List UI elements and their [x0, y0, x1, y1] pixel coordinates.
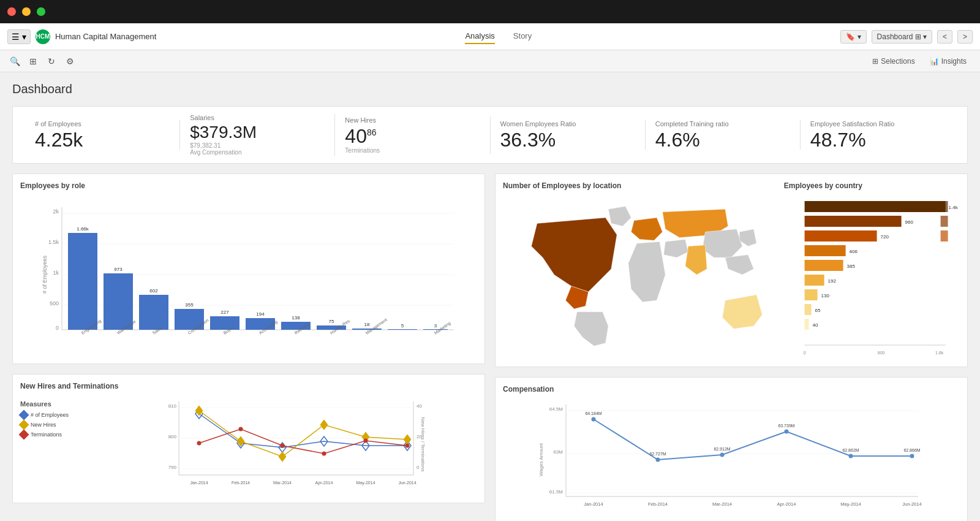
svg-marker-71	[279, 452, 286, 462]
svg-text:62.866M: 62.866M	[903, 448, 920, 452]
svg-rect-100	[804, 289, 817, 300]
svg-rect-94	[804, 245, 845, 256]
grid-icon[interactable]: ⊞	[26, 54, 40, 69]
svg-text:385: 385	[846, 264, 855, 269]
tab-analysis[interactable]: Analysis	[465, 29, 494, 44]
dot-green[interactable]	[37, 7, 45, 16]
selections-button[interactable]: ⊞ Selections	[866, 55, 921, 68]
kpi-new-hires-label: New Hires	[345, 116, 480, 124]
dashboard-area: Dashboard # of Employees 4.25k Salaries …	[0, 72, 980, 521]
employees-by-country-title: Employees by country	[784, 181, 960, 190]
top-toolbar: ☰ ▾ HCM Human Capital Management Analysi…	[0, 23, 980, 50]
dot-yellow[interactable]	[22, 7, 31, 16]
second-toolbar: 🔍 ⊞ ↻ ⚙ ⊞ Selections 📊 Insights	[0, 50, 980, 72]
svg-text:1.66k: 1.66k	[77, 226, 89, 232]
svg-rect-98	[804, 275, 824, 286]
insights-label: Insights	[941, 57, 967, 66]
svg-text:62.912M: 62.912M	[714, 447, 730, 451]
legend-terminations: Terminations	[20, 431, 100, 438]
settings-icon[interactable]: ⚙	[62, 54, 77, 69]
employees-by-role-title: Employees by role	[20, 181, 477, 190]
refresh-icon[interactable]: ↻	[44, 54, 59, 69]
svg-text:2k: 2k	[53, 208, 59, 215]
legend-employees: # of Employees	[20, 411, 100, 419]
compensation-card: Compensation 64.5M 63M 61.5M Wages Amoun…	[495, 377, 968, 521]
dot-red[interactable]	[7, 7, 16, 16]
new-hires-terminations-title: New Hires and Terminations	[20, 382, 477, 390]
svg-text:1.4k: 1.4k	[948, 205, 958, 210]
svg-text:0: 0	[803, 351, 805, 355]
svg-point-125	[849, 454, 853, 458]
svg-point-78	[322, 452, 326, 456]
svg-marker-72	[320, 420, 328, 430]
svg-text:192: 192	[827, 278, 836, 284]
svg-text:227: 227	[221, 310, 229, 315]
nav-tabs: Analysis Story	[161, 29, 835, 44]
svg-rect-102	[804, 304, 811, 315]
svg-point-124	[785, 430, 789, 434]
new-hires-chart: 810 800 790 40 20 0 New Hires / Terminat…	[105, 395, 477, 495]
kpi-new-hires: New Hires 4086 Terminations	[335, 116, 490, 154]
svg-rect-90	[940, 216, 948, 227]
world-map-svg	[503, 195, 777, 357]
compensation-svg: 64.5M 63M 61.5M Wages Amount Jan-2014 Fe…	[503, 398, 960, 515]
employees-by-role-chart: 2k 1.5k 1k 500 0 # of Employees	[20, 195, 477, 354]
svg-text:40: 40	[417, 403, 422, 409]
svg-text:Mar-2014: Mar-2014	[273, 481, 292, 485]
svg-text:62.862M: 62.862M	[842, 448, 859, 452]
svg-text:960: 960	[905, 219, 913, 225]
bookmark-button[interactable]: 🔖 ▾	[840, 30, 866, 44]
svg-text:0: 0	[417, 465, 420, 470]
svg-text:720: 720	[880, 234, 889, 240]
map-container: Number of Employees by location	[503, 181, 777, 359]
svg-text:61.5M: 61.5M	[549, 489, 564, 495]
svg-text:Apr-2014: Apr-2014	[315, 481, 333, 485]
legend-new-hires-label: New Hires	[31, 422, 56, 428]
svg-text:0: 0	[56, 325, 59, 331]
kpi-satisfaction-value: 48.7%	[810, 130, 945, 150]
svg-point-77	[281, 444, 285, 448]
svg-text:5: 5	[401, 323, 404, 329]
svg-point-79	[364, 439, 368, 443]
svg-text:Apr-2014: Apr-2014	[777, 501, 796, 507]
svg-text:Jun-2014: Jun-2014	[902, 501, 921, 507]
hamburger-button[interactable]: ☰ ▾	[7, 29, 31, 44]
svg-text:Mar-2014: Mar-2014	[712, 501, 732, 507]
svg-text:800: 800	[878, 351, 885, 355]
svg-text:810: 810	[168, 403, 177, 409]
tab-story[interactable]: Story	[513, 29, 532, 44]
svg-text:138: 138	[292, 315, 300, 321]
measures-label: Measures	[20, 400, 100, 408]
employees-by-country-card: Employees by country 0 800 1.6k 1.4k	[784, 181, 960, 359]
svg-text:355: 355	[185, 302, 194, 308]
svg-rect-93	[940, 230, 948, 241]
legend-employees-label: # of Employees	[31, 412, 69, 418]
dashboard-title: Dashboard	[12, 82, 968, 96]
svg-rect-39	[388, 329, 417, 330]
svg-text:63M: 63M	[553, 449, 563, 455]
svg-marker-74	[404, 435, 411, 444]
svg-marker-69	[195, 406, 203, 416]
svg-point-80	[405, 444, 410, 448]
svg-text:Wages Amount: Wages Amount	[538, 443, 544, 476]
kpi-satisfaction: Employee Satisfaction Ratio 48.7%	[801, 120, 955, 150]
svg-point-76	[239, 427, 243, 432]
measures-legend: Measures # of Employees New Hires Termin…	[20, 395, 100, 495]
employees-by-location-title: Number of Employees by location	[503, 181, 777, 190]
svg-rect-104	[804, 319, 809, 330]
kpi-row: # of Employees 4.25k Salaries $379.3M $7…	[12, 106, 968, 164]
nav-prev-button[interactable]: <	[937, 30, 952, 44]
svg-rect-88	[804, 216, 901, 227]
dashboard-button[interactable]: Dashboard ⊞ ▾	[872, 30, 932, 44]
svg-rect-12	[68, 233, 97, 330]
svg-point-121	[592, 417, 596, 422]
svg-rect-96	[804, 260, 843, 271]
legend-new-hires-icon	[19, 420, 29, 430]
legend-employees-icon	[19, 410, 29, 420]
app-title: Human Capital Management	[55, 32, 156, 41]
toolbar-right: 🔖 ▾ Dashboard ⊞ ▾ < >	[840, 30, 973, 44]
nav-next-button[interactable]: >	[957, 30, 973, 44]
search-icon[interactable]: 🔍	[7, 54, 22, 69]
insights-button[interactable]: 📊 Insights	[924, 55, 973, 68]
svg-text:May-2014: May-2014	[356, 481, 375, 485]
